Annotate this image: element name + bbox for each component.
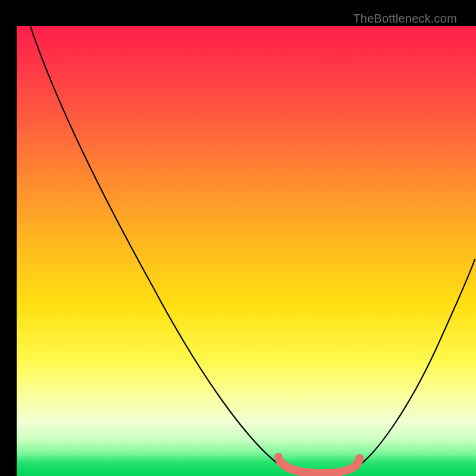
watermark-text: TheBottleneck.com <box>353 12 457 26</box>
bottleneck-curve <box>30 26 475 472</box>
chart-frame: TheBottleneck.com <box>8 8 468 468</box>
chart-plot-area <box>17 26 476 476</box>
curve-layer <box>17 26 476 476</box>
optimal-range-highlight <box>280 458 359 473</box>
optimal-range-start-dot <box>274 453 283 461</box>
